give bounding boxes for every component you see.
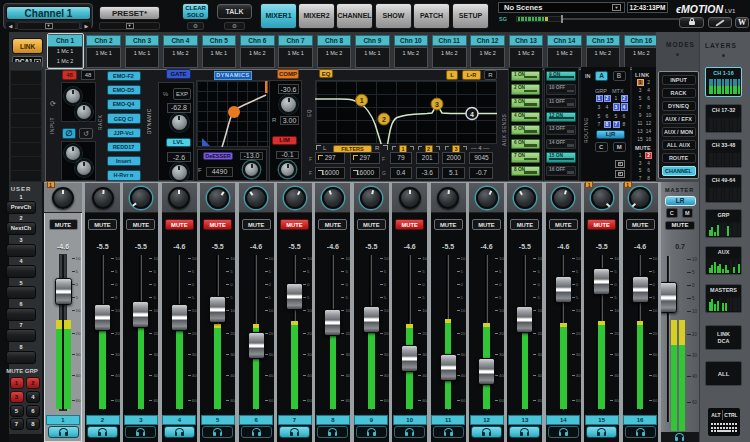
svg-text:3: 3 xyxy=(435,101,439,108)
svg-text:1: 1 xyxy=(360,97,364,104)
svg-text:2: 2 xyxy=(382,116,386,123)
svg-text:4: 4 xyxy=(470,110,474,117)
